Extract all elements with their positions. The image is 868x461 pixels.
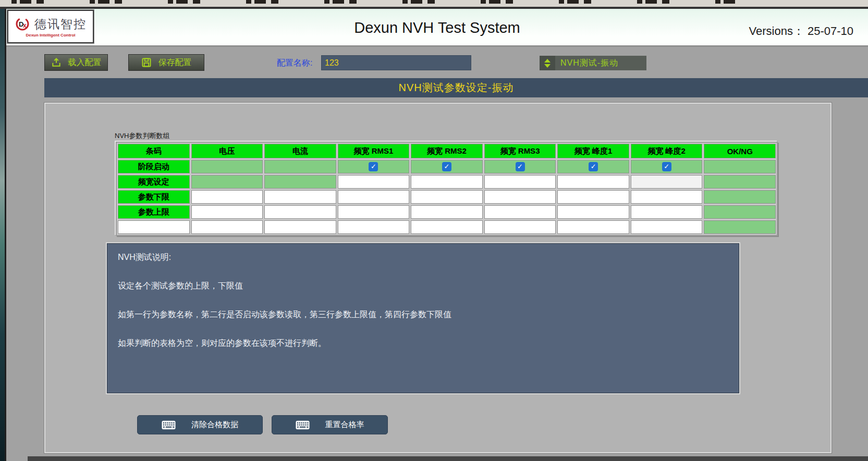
desktop-wallpaper-edge xyxy=(0,9,5,461)
param-cell: ✓ xyxy=(411,160,483,173)
mode-selector-value: NVH测试-振动 xyxy=(560,58,618,69)
instructions-line: 如第一行为参数名称，第二行是否启动该参数读取，第三行参数上限值，第四行参数下限值 xyxy=(118,309,728,320)
keyboard-icon xyxy=(162,420,176,430)
param-cell[interactable] xyxy=(411,190,483,204)
param-cell[interactable] xyxy=(484,220,556,234)
param-cell[interactable] xyxy=(557,220,629,234)
param-cell[interactable] xyxy=(264,190,336,204)
column-header: 条码 xyxy=(118,144,190,158)
param-cell[interactable] xyxy=(191,175,263,189)
version-label: Versions： xyxy=(749,24,804,38)
param-cell[interactable] xyxy=(338,175,410,189)
instructions-box: NVH测试说明: 设定各个测试参数的上限，下限值 如第一行为参数名称，第二行是否… xyxy=(107,243,739,393)
window-frame-left xyxy=(5,9,6,461)
reset-pass-rate-button[interactable]: 重置合格率 xyxy=(272,415,388,434)
param-cell[interactable] xyxy=(557,205,629,219)
spinner-up-icon xyxy=(544,59,551,63)
load-config-label: 载入配置 xyxy=(68,57,102,68)
param-cell[interactable] xyxy=(704,175,776,189)
param-cell[interactable] xyxy=(411,175,483,189)
param-cell[interactable] xyxy=(704,190,776,204)
param-table: 条码电压电流频宽 RMS1频宽 RMS2频宽 RMS3频宽 峰度1频宽 峰度2O… xyxy=(116,142,778,236)
section-title: NVH测试参数设定-振动 xyxy=(44,78,868,97)
param-enable-checkbox[interactable]: ✓ xyxy=(589,162,598,171)
row-header: 参数上限 xyxy=(118,205,190,219)
column-header: 频宽 RMS2 xyxy=(411,144,483,158)
param-cell[interactable] xyxy=(631,220,703,234)
config-name-label: 配置名称: xyxy=(277,58,312,69)
param-cell: ✓ xyxy=(557,160,629,173)
clipped-menu-bar xyxy=(0,0,868,7)
param-cell: ✓ xyxy=(338,160,410,173)
row-header: 频宽设定 xyxy=(118,175,190,189)
param-cell[interactable] xyxy=(191,205,263,219)
bottom-bar xyxy=(28,456,868,461)
instructions-line: 如果判断的表格为空，则对应的参数在该项不进行判断。 xyxy=(118,338,728,349)
param-cell[interactable] xyxy=(338,190,410,204)
config-name-input[interactable] xyxy=(321,55,471,70)
clipped-menu-text xyxy=(11,0,735,4)
param-cell[interactable] xyxy=(484,205,556,219)
version-text: Versions：25-07-10 xyxy=(746,23,853,39)
param-cell[interactable] xyxy=(338,205,410,219)
param-table-caption: NVH参数判断数组 xyxy=(115,131,169,141)
row-header: 阶段启动 xyxy=(118,160,190,173)
param-cell[interactable] xyxy=(631,175,703,189)
param-cell[interactable] xyxy=(631,205,703,219)
clear-pass-data-button[interactable]: 清除合格数据 xyxy=(137,415,263,434)
param-cell: ✓ xyxy=(631,160,703,173)
param-cell[interactable] xyxy=(557,190,629,204)
param-cell[interactable] xyxy=(704,160,776,173)
param-cell[interactable] xyxy=(264,220,336,234)
row-header xyxy=(118,220,190,234)
param-cell[interactable] xyxy=(191,160,263,173)
clear-pass-data-label: 清除合格数据 xyxy=(191,420,238,430)
column-header: OK/NG xyxy=(704,144,776,158)
spinner-down-icon xyxy=(544,64,551,68)
param-cell[interactable] xyxy=(264,175,336,189)
param-cell[interactable] xyxy=(557,175,629,189)
load-config-icon xyxy=(51,57,62,68)
param-cell[interactable] xyxy=(411,220,483,234)
keyboard-icon xyxy=(296,420,310,430)
instructions-line: 设定各个测试参数的上限，下限值 xyxy=(118,281,728,292)
column-header: 频宽 峰度2 xyxy=(631,144,703,158)
param-cell[interactable] xyxy=(704,205,776,219)
column-header: 频宽 RMS3 xyxy=(484,144,556,158)
param-enable-checkbox[interactable]: ✓ xyxy=(516,162,525,171)
param-cell[interactable] xyxy=(631,190,703,204)
row-header: 参数下限 xyxy=(118,190,190,204)
column-header: 电流 xyxy=(264,144,336,158)
column-header: 频宽 峰度1 xyxy=(557,144,629,158)
param-cell[interactable] xyxy=(264,160,336,173)
save-config-icon xyxy=(141,57,152,68)
mode-spinner[interactable] xyxy=(540,56,555,70)
column-header: 电压 xyxy=(191,144,263,158)
save-config-button[interactable]: 保存配置 xyxy=(128,54,204,71)
param-cell[interactable] xyxy=(484,190,556,204)
mode-selector[interactable]: NVH测试-振动 xyxy=(540,56,646,70)
reset-pass-rate-label: 重置合格率 xyxy=(325,420,364,430)
instructions-title: NVH测试说明: xyxy=(118,252,728,263)
param-enable-checkbox[interactable]: ✓ xyxy=(662,162,671,171)
load-config-button[interactable]: 载入配置 xyxy=(44,54,108,71)
param-cell[interactable] xyxy=(191,190,263,204)
param-enable-checkbox[interactable]: ✓ xyxy=(442,162,451,171)
param-cell[interactable] xyxy=(411,205,483,219)
header: D x 德讯智控 Dexun Intelligent Control Dexun… xyxy=(6,9,868,47)
param-cell[interactable] xyxy=(704,220,776,234)
param-cell[interactable] xyxy=(484,175,556,189)
param-cell[interactable] xyxy=(191,220,263,234)
column-header: 频宽 RMS1 xyxy=(338,144,410,158)
save-config-label: 保存配置 xyxy=(158,57,192,68)
version-value: 25-07-10 xyxy=(808,24,853,38)
app-title: Dexun NVH Test System xyxy=(6,19,868,36)
param-cell: ✓ xyxy=(484,160,556,173)
param-enable-checkbox[interactable]: ✓ xyxy=(369,162,378,171)
param-cell[interactable] xyxy=(338,220,410,234)
param-cell[interactable] xyxy=(264,205,336,219)
